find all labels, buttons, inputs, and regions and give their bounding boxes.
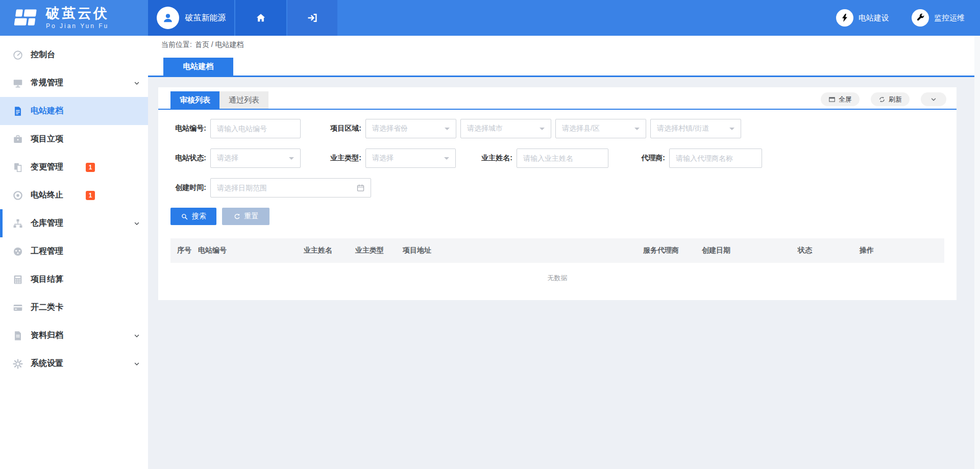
status-placeholder: 请选择 xyxy=(217,154,238,163)
sidebar-item-change-management[interactable]: 变更管理1 xyxy=(0,153,148,181)
sidebar-item-station-termination[interactable]: 电站终止1 xyxy=(0,181,148,209)
select-village[interactable]: 请选择村镇/街道 xyxy=(650,119,741,138)
card-toolbar: 全屏 刷新 xyxy=(821,92,946,106)
sidebar-item-label: 控制台 xyxy=(31,50,55,60)
status-select[interactable]: 请选择 xyxy=(210,149,301,168)
monitoring-ops-link[interactable]: 监控运维 xyxy=(912,9,965,27)
select-province[interactable]: 请选择省份 xyxy=(365,119,456,138)
column-header: 创建日期 xyxy=(699,238,795,263)
brand-logo: 破茧云伏 Po Jian Yun Fu xyxy=(0,0,148,36)
refresh-icon xyxy=(878,96,886,103)
sidebar-item-label: 电站终止 xyxy=(31,190,63,201)
column-header: 序号 xyxy=(170,238,195,263)
tab-passed-list[interactable]: 通过列表 xyxy=(219,91,268,109)
caret-down-icon xyxy=(634,128,640,133)
sidebar-item-station-archive[interactable]: 电站建档 xyxy=(0,97,148,125)
agent-label: 代理商: xyxy=(629,154,665,163)
card-tabs: 审核列表通过列表 xyxy=(170,91,268,109)
sitemap-icon xyxy=(12,218,23,229)
tab-review-list[interactable]: 审核列表 xyxy=(170,91,219,109)
quick-link-label: 监控运维 xyxy=(934,13,965,23)
scrollbar-track[interactable] xyxy=(974,36,980,469)
owner-name-input[interactable] xyxy=(523,154,602,162)
exit-icon xyxy=(306,12,318,24)
logout-button[interactable] xyxy=(286,0,337,36)
reset-label: 重置 xyxy=(244,212,259,221)
header-right: 电站建设监控运维 xyxy=(337,0,980,36)
select-district[interactable]: 请选择县/区 xyxy=(555,119,646,138)
sidebar-item-project-settlement[interactable]: 项目结算 xyxy=(0,265,148,293)
station-no-input[interactable] xyxy=(217,125,294,133)
sidebar-item-system-settings[interactable]: 系统设置 xyxy=(0,350,148,378)
sidebar-item-warehouse-management[interactable]: 仓库管理 xyxy=(0,209,148,237)
gear-icon xyxy=(12,358,23,369)
owner-name-label: 业主姓名: xyxy=(477,154,512,163)
collapse-button[interactable] xyxy=(921,92,946,106)
sidebar-item-engineering-management[interactable]: 工程管理 xyxy=(0,237,148,265)
sidebar-nav: 控制台常规管理电站建档项目立项变更管理1电站终止1仓库管理工程管理项目结算开二类… xyxy=(0,36,148,469)
filter-form: 电站编号: 项目区域: 请选择省份请选择城市请选择县/区请选择村镇/街道 电站状… xyxy=(158,110,957,198)
home-button[interactable] xyxy=(234,0,286,36)
results-table: 序号电站编号业主姓名业主类型项目地址服务代理商创建日期状态操作 无数据 xyxy=(170,238,944,300)
chevron-down-icon xyxy=(930,96,937,103)
sidebar-item-label: 资料归档 xyxy=(31,330,63,341)
select-placeholder: 请选择城市 xyxy=(467,124,503,133)
fullscreen-icon xyxy=(828,96,836,103)
column-header: 项目地址 xyxy=(400,238,640,263)
owner-type-label: 业主类型: xyxy=(326,154,361,163)
date-range-picker[interactable] xyxy=(210,178,371,198)
monitor-icon xyxy=(12,78,23,89)
brand-title: 破茧云伏 xyxy=(46,6,109,21)
created-label: 创建时间: xyxy=(170,183,206,192)
main-area: 当前位置: 首页 / 电站建档 电站建档 审核列表通过列表 全屏 xyxy=(148,36,980,469)
column-header: 业主姓名 xyxy=(301,238,352,263)
archive-icon xyxy=(12,330,23,341)
agent-input[interactable] xyxy=(676,154,755,162)
page-tab-bar: 电站建档 xyxy=(148,54,980,77)
empty-state: 无数据 xyxy=(170,263,944,300)
select-placeholder: 请选择县/区 xyxy=(562,124,600,133)
sidebar-item-data-archive[interactable]: 资料归档 xyxy=(0,322,148,350)
table-header-row: 序号电站编号业主姓名业主类型项目地址服务代理商创建日期状态操作 xyxy=(170,238,944,263)
user-icon xyxy=(161,11,175,24)
refresh-button[interactable]: 刷新 xyxy=(871,92,910,106)
list-card: 审核列表通过列表 全屏 xyxy=(158,87,957,300)
caret-down-icon xyxy=(540,128,545,133)
chevron-down-icon xyxy=(134,80,140,86)
sidebar-item-project-initiation[interactable]: 项目立项 xyxy=(0,125,148,153)
sidebar-item-second-class-card[interactable]: 开二类卡 xyxy=(0,293,148,322)
column-header: 操作 xyxy=(856,238,944,263)
notification-badge: 1 xyxy=(86,163,95,172)
owner-type-select[interactable]: 请选择 xyxy=(365,149,456,168)
select-city[interactable]: 请选择城市 xyxy=(460,119,551,138)
chevron-down-icon xyxy=(134,220,140,227)
page-tab-station-archive[interactable]: 电站建档 xyxy=(163,58,233,76)
quick-link-label: 电站建设 xyxy=(859,13,889,23)
document-icon xyxy=(12,106,23,117)
reset-button[interactable]: 重置 xyxy=(222,208,270,225)
filter-actions: 搜索 重置 xyxy=(158,208,957,238)
owner-type-placeholder: 请选择 xyxy=(372,154,394,163)
sidebar-item-label: 项目结算 xyxy=(31,274,63,285)
region-selects: 请选择省份请选择城市请选择县/区请选择村镇/街道 xyxy=(365,119,741,138)
gauge-icon xyxy=(12,50,23,61)
fullscreen-label: 全屏 xyxy=(839,95,852,104)
sidebar-item-label: 变更管理 xyxy=(31,162,63,172)
sidebar-item-general-management[interactable]: 常规管理 xyxy=(0,69,148,97)
user-menu[interactable]: 破茧新能源 xyxy=(148,0,234,36)
sidebar-item-label: 仓库管理 xyxy=(31,218,63,229)
date-range-input[interactable] xyxy=(217,184,351,192)
station-construction-link[interactable]: 电站建设 xyxy=(836,9,889,27)
fullscreen-button[interactable]: 全屏 xyxy=(821,92,860,106)
station-no-label: 电站编号: xyxy=(170,124,206,133)
sidebar-item-console[interactable]: 控制台 xyxy=(0,41,148,69)
notification-badge: 1 xyxy=(86,191,95,200)
breadcrumb-path[interactable]: 首页 / 电站建档 xyxy=(195,40,244,50)
brand-subtitle: Po Jian Yun Fu xyxy=(46,22,109,30)
region-label: 项目区域: xyxy=(326,124,361,133)
search-button[interactable]: 搜索 xyxy=(170,208,216,225)
caret-down-icon xyxy=(444,157,449,162)
home-icon xyxy=(255,12,266,23)
sidebar-item-label: 电站建档 xyxy=(31,106,63,116)
calculator-icon xyxy=(12,274,23,285)
